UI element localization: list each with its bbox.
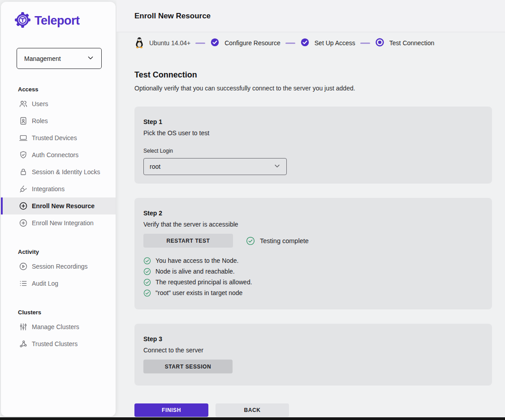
check-item: You have access to the Node. xyxy=(143,255,483,266)
sidebar-item-label: Manage Clusters xyxy=(32,323,79,330)
plus-circle-icon xyxy=(19,219,28,227)
check-item-text: The requested principal is allowed. xyxy=(155,279,252,286)
check-circle-icon xyxy=(143,268,151,275)
step-complete-icon xyxy=(300,38,310,48)
play-circle-icon xyxy=(19,262,28,271)
sidebar-item-label: Trusted Clusters xyxy=(32,340,78,347)
sidebar-item-label: Session Recordings xyxy=(32,263,88,270)
stepper-step-configure-resource: Configure Resource xyxy=(224,39,281,47)
check-item: Node is alive and reachable. xyxy=(143,266,483,277)
users-icon xyxy=(19,99,28,108)
workspace-selector-value: Management xyxy=(24,55,61,62)
sidebar-item-enroll-new-integration[interactable]: Enroll New Integration xyxy=(1,214,116,231)
sidebar: Teleport Management Access Users Roles T… xyxy=(1,2,116,416)
network-icon xyxy=(19,339,28,348)
workspace-selector[interactable]: Management xyxy=(17,48,102,69)
sliders-icon xyxy=(19,322,28,331)
sidebar-item-label: Trusted Devices xyxy=(32,134,77,141)
stepper-dash xyxy=(195,43,205,44)
nav-section-access: Access xyxy=(18,86,116,93)
sidebar-item-label: Enroll New Resource xyxy=(32,202,95,210)
check-item-text: Node is alive and reachable. xyxy=(155,268,235,275)
sidebar-item-label: Enroll New Integration xyxy=(32,219,94,227)
sidebar-item-audit-log[interactable]: Audit Log xyxy=(1,275,116,292)
sidebar-item-session-recordings[interactable]: Session Recordings xyxy=(1,258,116,275)
lock-icon xyxy=(19,167,28,176)
chevron-down-icon xyxy=(87,54,94,63)
check-item: "root" user exists in target node xyxy=(143,287,483,298)
teleport-gear-icon xyxy=(14,12,31,30)
test-check-list: You have access to the Node. Node is ali… xyxy=(143,255,483,298)
sidebar-item-label: Session & Identity Locks xyxy=(32,168,100,176)
login-select[interactable]: root xyxy=(143,158,287,175)
finish-button[interactable]: FINISH xyxy=(134,403,208,417)
stepper-resource-label: Ubuntu 14.04+ xyxy=(149,39,190,47)
chevron-down-icon xyxy=(274,163,281,171)
roles-icon xyxy=(19,116,28,125)
shield-check-icon xyxy=(19,150,28,159)
sidebar-item-label: Integrations xyxy=(32,185,65,193)
stepper-dash xyxy=(360,43,370,44)
plug-icon xyxy=(19,184,28,193)
step1-card: Step 1 Pick the OS user to test Select L… xyxy=(134,107,492,184)
content-subtitle: Optionally verify that you can successfu… xyxy=(134,85,355,92)
sidebar-item-manage-clusters[interactable]: Manage Clusters xyxy=(1,318,116,335)
step1-description: Pick the OS user to test xyxy=(143,129,483,137)
check-circle-icon xyxy=(143,289,151,297)
check-circle-icon xyxy=(143,279,151,286)
step3-description: Connect to the server xyxy=(143,347,483,354)
sidebar-item-roles[interactable]: Roles xyxy=(1,112,116,129)
step-current-icon xyxy=(375,38,384,48)
check-item: The requested principal is allowed. xyxy=(143,277,483,287)
linux-penguin-icon xyxy=(134,37,144,50)
step2-title: Step 2 xyxy=(143,210,483,217)
step2-description: Verify that the server is accessible xyxy=(143,221,483,228)
login-select-value: root xyxy=(150,163,160,170)
sidebar-item-users[interactable]: Users xyxy=(1,95,116,112)
step2-card: Step 2 Verify that the server is accessi… xyxy=(134,198,492,309)
back-button[interactable]: BACK xyxy=(216,403,289,417)
list-icon xyxy=(19,279,28,288)
check-circle-icon xyxy=(246,236,255,245)
sidebar-item-label: Users xyxy=(32,100,48,107)
stepper-step-test-connection: Test Connection xyxy=(389,39,434,47)
page-title: Enroll New Resource xyxy=(117,0,505,32)
nav-section-activity: Activity xyxy=(18,249,116,255)
step1-title: Step 1 xyxy=(143,118,483,125)
check-item-text: "root" user exists in target node xyxy=(155,289,242,296)
select-login-label: Select Login xyxy=(143,148,483,154)
sidebar-item-trusted-devices[interactable]: Trusted Devices xyxy=(1,129,116,146)
brand-logo[interactable]: Teleport xyxy=(1,2,116,30)
step3-title: Step 3 xyxy=(143,335,483,343)
nav-section-clusters: Clusters xyxy=(18,309,116,316)
laptop-icon xyxy=(19,133,28,142)
plus-circle-icon xyxy=(19,201,28,210)
bottom-window-edge xyxy=(0,417,505,420)
sidebar-item-enroll-new-resource[interactable]: Enroll New Resource xyxy=(1,197,116,214)
page-header: Enroll New Resource xyxy=(117,0,505,32)
check-circle-icon xyxy=(143,257,151,265)
test-status-text: Testing complete xyxy=(260,237,309,244)
content-title: Test Connection xyxy=(134,70,197,80)
sidebar-item-integrations[interactable]: Integrations xyxy=(1,180,116,197)
step3-card: Step 3 Connect to the server START SESSI… xyxy=(134,324,492,386)
enroll-stepper: Ubuntu 14.04+ Configure Resource Set Up … xyxy=(134,37,434,49)
stepper-step-set-up-access: Set Up Access xyxy=(315,39,355,47)
sidebar-item-trusted-clusters[interactable]: Trusted Clusters xyxy=(1,335,116,352)
test-status: Testing complete xyxy=(246,236,309,245)
sidebar-item-label: Roles xyxy=(32,117,48,124)
sidebar-item-label: Audit Log xyxy=(32,280,58,287)
brand-name: Teleport xyxy=(35,14,80,28)
stepper-dash xyxy=(285,43,295,44)
sidebar-item-session-identity-locks[interactable]: Session & Identity Locks xyxy=(1,163,116,180)
check-item-text: You have access to the Node. xyxy=(155,257,239,264)
restart-test-button[interactable]: RESTART TEST xyxy=(143,234,233,248)
step-complete-icon xyxy=(210,38,220,48)
sidebar-item-label: Auth Connectors xyxy=(32,151,78,159)
start-session-button[interactable]: START SESSION xyxy=(143,360,233,373)
sidebar-item-auth-connectors[interactable]: Auth Connectors xyxy=(1,146,116,163)
